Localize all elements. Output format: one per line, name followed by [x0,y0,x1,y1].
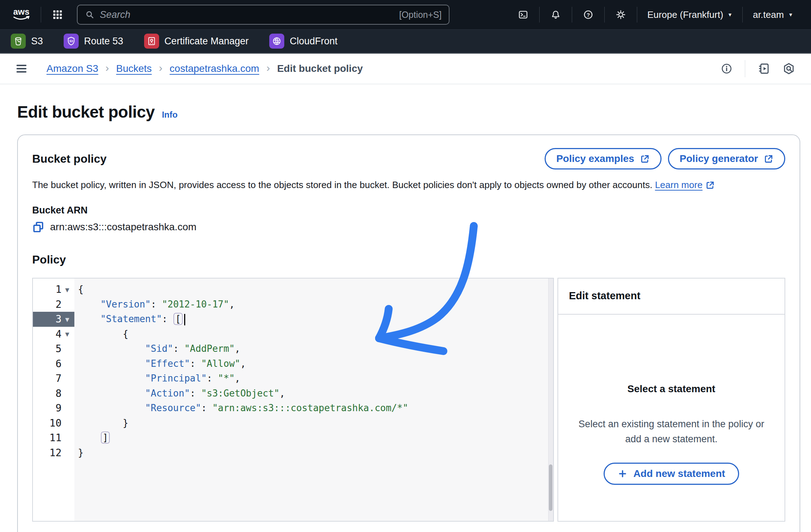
divider [745,60,745,77]
divider [637,7,637,23]
line-number: 5 [55,343,62,355]
code-line-1: { [78,282,553,297]
json-punctuation [78,314,100,324]
favorite-service-route-53[interactable]: 53Route 53 [64,34,123,49]
json-punctuation [78,358,145,369]
favorite-service-s3[interactable]: S3 [11,34,43,49]
json-punctuation [78,388,145,399]
json-punctuation [78,299,100,310]
help-icon[interactable]: ? [575,4,601,25]
breadcrumb-current: Edit bucket policy [277,63,363,74]
json-key: "Resource" [145,403,201,413]
code-line-6: "Effect": "Allow", [78,356,553,371]
json-key: "Principal" [145,373,207,384]
policy-generator-label: Policy generator [680,153,758,164]
policy-examples-button[interactable]: Policy examples [545,148,662,169]
editor-line-number-4[interactable]: 4▼ [33,327,74,342]
json-punctuation: , [240,358,246,369]
favorite-service-cloudfront[interactable]: CloudFront [269,34,338,49]
fold-caret-icon[interactable]: ▼ [62,315,73,323]
fold-caret-icon[interactable]: ▼ [62,286,73,294]
certificate-manager-icon [144,34,159,49]
line-number: 4 [55,328,62,340]
region-selector[interactable]: Europe (Frankfurt) ▼ [640,9,739,20]
json-key: "Action" [145,388,190,399]
tutorials-notebook-icon[interactable] [757,62,770,75]
chevron-right-icon: › [159,62,162,74]
editor-line-number-10[interactable]: 10 [33,416,74,431]
code-line-12: } [78,445,553,460]
code-line-4: { [78,327,553,342]
copy-icon[interactable] [32,221,44,233]
editor-line-number-2[interactable]: 2 [33,297,74,312]
json-value: "AddPerm" [184,343,235,354]
editor-line-number-5[interactable]: 5 [33,341,74,356]
breadcrumb-bar: Amazon S3›Buckets›costapetrashka.com›Edi… [0,54,811,84]
editor-gutter: 1▼23▼4▼56789101112 [33,279,74,521]
json-value: "Allow" [201,358,240,369]
breadcrumb-link-costapetrashka-com[interactable]: costapetrashka.com [169,63,259,74]
learn-more-link[interactable]: Learn more [655,179,715,191]
search-input[interactable]: Search [Option+S] [77,5,449,25]
editor-line-number-12[interactable]: 12 [33,445,74,460]
favorite-service-label: Certificate Manager [164,36,249,47]
code-line-3: "Statement": [ [78,312,553,327]
editor-line-number-6[interactable]: 6 [33,356,74,371]
json-punctuation [78,403,145,413]
fold-caret-icon[interactable]: ▼ [62,330,73,338]
json-key: "Statement" [100,314,162,324]
info-circle-icon[interactable] [721,63,733,75]
info-link[interactable]: Info [162,110,178,120]
external-link-icon [640,154,650,164]
favorite-service-certificate-manager[interactable]: Certificate Manager [144,34,249,49]
cloudfront-globe-icon [269,34,284,49]
code-line-9: "Resource": "arn:aws:s3:::costapetrashka… [78,401,553,416]
json-punctuation: , [229,299,235,310]
editor-line-number-9[interactable]: 9 [33,401,74,416]
aws-console-page: { "topbar": { "search_placeholder": "Sea… [0,0,811,532]
editor-code-area[interactable]: { "Version": "2012-10-17", "Statement": … [74,279,553,521]
line-number: 12 [49,447,62,459]
menu-icon[interactable] [16,64,28,74]
code-line-11: ] [78,430,553,445]
aws-logo[interactable]: aws [11,6,33,23]
panel-heading: Edit statement [558,279,785,315]
app-grid-icon[interactable] [44,4,71,25]
policy-editor-section: 1▼23▼4▼56789101112 { "Version": "2012-10… [32,278,785,522]
line-number: 9 [55,402,62,414]
select-statement-title: Select a statement [628,383,716,395]
code-line-5: "Sid": "AddPerm", [78,341,553,356]
json-key: "Sid" [145,343,173,354]
breadcrumb-link-amazon-s3[interactable]: Amazon S3 [46,63,98,74]
add-new-statement-label: Add new statement [633,468,725,479]
amazon-q-icon[interactable] [782,62,795,75]
json-punctuation [78,432,100,443]
add-new-statement-button[interactable]: Add new statement [604,463,739,485]
editor-scrollbar-thumb[interactable] [549,464,552,511]
settings-gear-icon[interactable] [608,4,634,25]
editor-line-number-8[interactable]: 8 [33,386,74,401]
editor-line-number-1[interactable]: 1▼ [33,282,74,297]
editor-line-number-7[interactable]: 7 [33,371,74,386]
line-number: 3 [55,313,62,325]
account-label: ar.team [753,9,784,20]
cloudshell-icon[interactable] [510,4,536,25]
policy-generator-button[interactable]: Policy generator [668,148,785,169]
account-menu[interactable]: ar.team ▼ [746,9,800,20]
editor-line-number-11[interactable]: 11 [33,430,74,445]
policy-code-editor[interactable]: 1▼23▼4▼56789101112 { "Version": "2012-10… [32,278,554,522]
favorite-service-label: Route 53 [84,36,123,47]
notifications-bell-icon[interactable] [542,4,569,25]
json-punctuation: } [78,447,84,458]
svg-text:53: 53 [69,39,73,43]
caret-down-icon: ▼ [728,12,733,18]
editor-line-number-3[interactable]: 3▼ [33,312,74,327]
code-line-10: } [78,416,553,431]
bucket-arn-value: arn:aws:s3:::costapetrashka.com [50,221,196,233]
breadcrumb-link-buckets[interactable]: Buckets [116,63,152,74]
svg-text:?: ? [587,12,590,18]
editor-scrollbar[interactable] [548,279,553,521]
json-punctuation: , [235,373,240,384]
json-key: "Effect" [145,358,190,369]
line-number: 6 [55,358,62,370]
